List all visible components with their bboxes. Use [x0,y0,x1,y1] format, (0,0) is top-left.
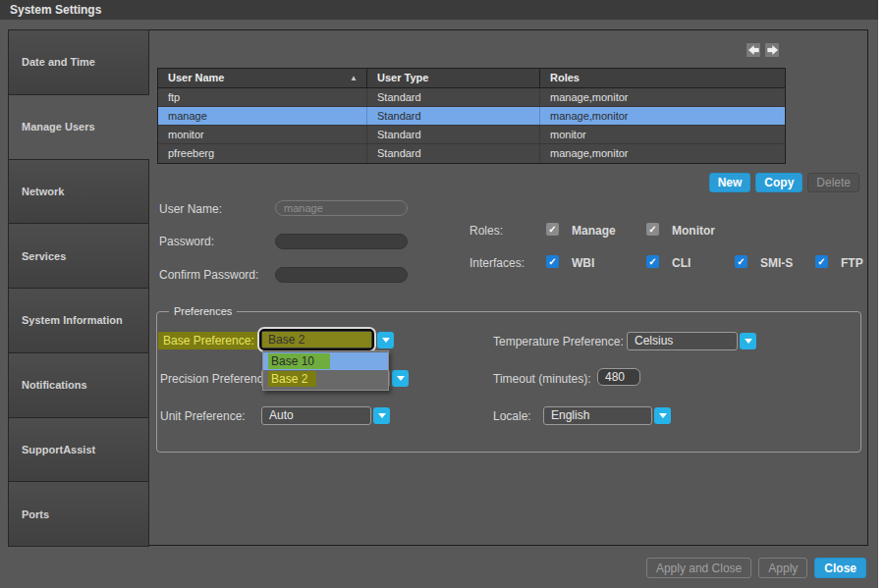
check-icon: ✓ [548,255,556,268]
roles-label: Roles: [470,224,503,238]
username-field [275,200,408,216]
chevron-down-icon [745,339,752,344]
interface-checkbox-cli-label: CLI [672,256,691,270]
nav-right-button[interactable] [764,42,780,58]
column-header-user-name[interactable]: User Name▲ [158,69,367,87]
settings-sidebar: Date and Time Manage Users Network Servi… [8,29,149,547]
new-button[interactable]: New [709,173,751,192]
confirm-password-field[interactable] [275,267,408,283]
interface-checkbox-ftp-label: FTP [841,256,863,270]
sort-ascending-icon: ▲ [350,69,358,88]
table-row[interactable]: ftp Standard manage,monitor [158,88,785,107]
apply-button: Apply [758,558,807,578]
arrow-right-icon [766,44,779,56]
timeout-field[interactable] [597,368,640,386]
sidebar-item-supportassist[interactable]: SupportAssist [8,417,149,483]
check-icon: ✓ [548,223,556,236]
interface-checkbox-smis[interactable]: ✓ [735,255,747,268]
locale-select[interactable]: English [543,406,652,425]
interface-checkbox-wbi[interactable]: ✓ [546,255,559,268]
role-checkbox-monitor-label: Monitor [672,224,715,238]
apply-and-close-button: Apply and Close [646,558,751,578]
sidebar-item-date-and-time[interactable]: Date and Time [8,29,149,95]
timeout-label: Timeout (minutes): [493,372,591,386]
username-label: User Name: [159,202,222,216]
interface-checkbox-smis-label: SMI-S [760,256,793,270]
precision-preference-dropdown-button[interactable] [392,370,409,387]
role-checkbox-monitor: ✓ [646,223,659,236]
dropdown-option-base-2[interactable]: Base 2 [263,370,388,388]
table-row[interactable]: pfreeberg Standard manage,monitor [158,144,785,163]
unit-preference-label: Unit Preference: [160,409,246,423]
check-icon: ✓ [737,255,745,268]
locale-dropdown-button[interactable] [654,407,671,424]
temperature-preference-select[interactable]: Celsius [627,332,738,350]
copy-button[interactable]: Copy [755,173,802,192]
sidebar-item-services[interactable]: Services [8,223,149,289]
precision-preference-label: Precision Preference: [160,372,273,386]
confirm-password-label: Confirm Password: [159,268,258,282]
table-row[interactable]: monitor Standard monitor [158,126,785,144]
chevron-down-icon [659,413,667,418]
users-table: User Name▲ User Type Roles ftp Standard … [157,68,786,164]
unit-preference-dropdown-button[interactable] [373,407,390,424]
locale-label: Locale: [493,409,531,423]
column-header-roles[interactable]: Roles [540,69,785,87]
dialog-titlebar: System Settings [0,0,878,20]
nav-left-button[interactable] [746,42,761,58]
role-checkbox-manage-label: Manage [572,224,616,238]
chevron-down-icon [382,338,390,343]
base-preference-label: Base Preference: [158,332,259,349]
base-preference-dropdown-list: Base 10 Base 2 [262,350,389,391]
system-settings-dialog: System Settings Date and Time Manage Use… [0,0,878,588]
chevron-down-icon [397,376,405,381]
password-field[interactable] [275,234,408,249]
temperature-preference-label: Temperature Preference: [493,335,624,348]
chevron-down-icon [378,413,386,418]
interface-checkbox-cli[interactable]: ✓ [646,255,659,268]
table-row-selected[interactable]: manage Standard manage,monitor [158,107,785,126]
delete-button: Delete [807,173,859,192]
interfaces-label: Interfaces: [470,256,525,270]
dropdown-option-base-10[interactable]: Base 10 [263,352,388,370]
screen: System Settings Date and Time Manage Use… [0,0,885,588]
sidebar-item-network[interactable]: Network [8,159,149,225]
check-icon: ✓ [648,255,656,268]
arrow-left-icon [747,44,760,56]
column-header-user-type[interactable]: User Type [367,69,540,87]
check-icon: ✓ [817,255,825,268]
users-table-header: User Name▲ User Type Roles [158,69,785,88]
table-pager [746,42,780,58]
interface-checkbox-wbi-label: WBI [572,256,594,270]
preferences-legend: Preferences [169,305,237,317]
close-button[interactable]: Close [814,558,866,578]
unit-preference-select[interactable]: Auto [261,406,371,425]
sidebar-item-ports[interactable]: Ports [8,481,149,547]
sidebar-item-manage-users[interactable]: Manage Users [8,94,149,160]
check-icon: ✓ [648,223,656,236]
role-checkbox-manage: ✓ [546,223,559,236]
sidebar-item-notifications[interactable]: Notifications [8,352,149,418]
base-preference-select[interactable]: Base 2 [259,329,374,350]
temperature-preference-dropdown-button[interactable] [740,333,756,349]
sidebar-item-system-information[interactable]: System Information [8,288,149,353]
dialog-footer-buttons: Apply and Close Apply Close [646,558,866,578]
password-label: Password: [159,235,214,248]
interface-checkbox-ftp[interactable]: ✓ [815,255,828,268]
base-preference-dropdown-button[interactable] [377,332,394,348]
table-action-buttons: New Copy Delete [589,173,859,192]
dialog-title: System Settings [10,0,101,20]
